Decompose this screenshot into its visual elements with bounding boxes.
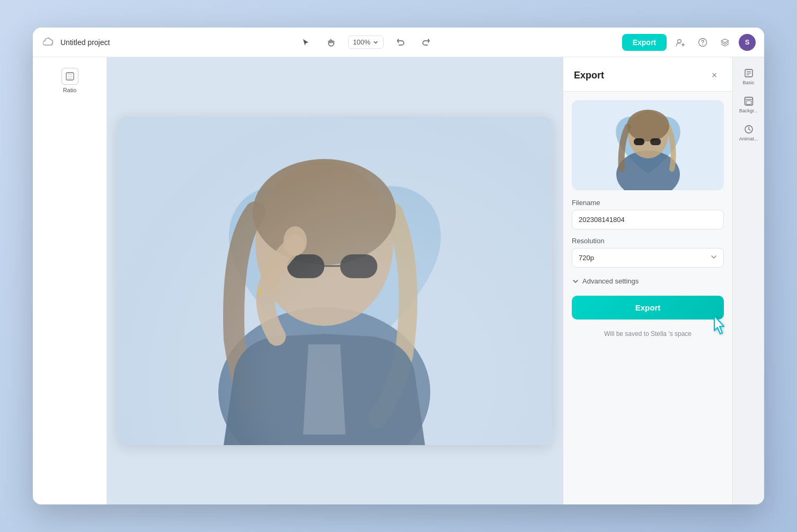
sidebar-item-background[interactable]: Backgr...	[736, 92, 761, 118]
zoom-level: 100%	[353, 38, 370, 46]
svg-rect-15	[634, 138, 644, 145]
hand-tool-button[interactable]	[323, 34, 340, 51]
basic-label: Basic	[742, 80, 754, 85]
main-content: Ratio	[33, 57, 764, 504]
right-sidebar: Basic Backgr...	[732, 57, 764, 504]
redo-button[interactable]	[418, 34, 435, 51]
resolution-label: Resolution	[572, 237, 724, 245]
preview-thumbnail	[572, 100, 724, 190]
zoom-control[interactable]: 100%	[348, 36, 384, 49]
invite-button[interactable]	[672, 34, 689, 51]
background-icon	[743, 96, 754, 107]
layers-button[interactable]	[716, 34, 733, 51]
svg-point-11	[257, 289, 262, 294]
topbar-left: Untitled project	[41, 35, 110, 50]
svg-rect-16	[650, 138, 661, 145]
app-window: Untitled project 100%	[33, 28, 764, 504]
close-export-button[interactable]: ×	[707, 68, 722, 83]
topbar: Untitled project 100%	[33, 28, 764, 57]
canvas-frame	[118, 117, 552, 445]
svg-rect-19	[746, 101, 751, 104]
canvas-area	[107, 57, 563, 504]
ratio-icon	[61, 68, 78, 85]
animation-icon	[743, 124, 754, 135]
advanced-settings-label: Advanced settings	[582, 277, 639, 285]
export-panel-title: Export	[574, 70, 604, 81]
export-main-button[interactable]: Export	[572, 296, 724, 320]
svg-point-6	[253, 159, 396, 265]
undo-button[interactable]	[392, 34, 409, 51]
filename-input[interactable]	[572, 210, 724, 229]
export-panel-body: Filename Resolution 720p 1080p 4K Origin…	[563, 92, 732, 346]
sidebar-item-basic[interactable]: Basic	[736, 64, 761, 90]
svg-rect-8	[340, 254, 377, 278]
topbar-center: 100%	[116, 34, 615, 51]
cursor-tool-button[interactable]	[297, 34, 314, 51]
help-button[interactable]	[694, 34, 711, 51]
left-panel: Ratio	[33, 57, 107, 504]
svg-point-14	[627, 110, 669, 141]
cloud-icon	[41, 35, 56, 50]
avatar[interactable]: S	[739, 34, 756, 51]
svg-point-2	[702, 44, 703, 45]
resolution-select[interactable]: 720p 1080p 4K Original	[572, 248, 724, 268]
background-label: Backgr...	[739, 108, 758, 113]
topbar-right: Export S	[622, 34, 756, 51]
project-title: Untitled project	[60, 38, 110, 47]
export-button-wrapper: Export	[572, 296, 724, 325]
basic-icon	[743, 68, 754, 78]
ratio-tool[interactable]: Ratio	[49, 64, 91, 97]
resolution-select-wrapper: 720p 1080p 4K Original	[572, 248, 724, 268]
save-note: Will be saved to Stella 's space	[572, 330, 724, 338]
sidebar-item-animation[interactable]: Animat...	[736, 120, 761, 146]
export-header-button[interactable]: Export	[622, 34, 667, 51]
animation-label: Animat...	[739, 136, 758, 141]
advanced-settings-toggle[interactable]: Advanced settings	[572, 275, 724, 287]
export-panel-header: Export ×	[563, 57, 732, 92]
export-panel: Export ×	[563, 57, 732, 504]
ratio-label: Ratio	[63, 87, 77, 93]
person-photo	[118, 117, 552, 445]
svg-point-10	[284, 226, 307, 256]
filename-label: Filename	[572, 199, 724, 207]
